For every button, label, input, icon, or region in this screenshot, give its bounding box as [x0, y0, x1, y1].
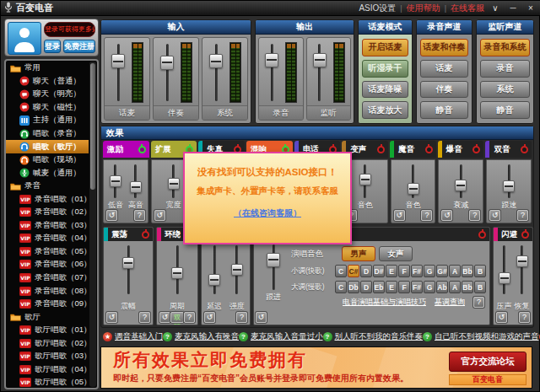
minimize-button[interactable]: ─ — [506, 3, 520, 14]
reset-button[interactable]: ↺ — [489, 210, 500, 221]
key-button[interactable]: F — [398, 281, 410, 293]
slider-knob[interactable] — [110, 175, 122, 187]
faq-item[interactable]: ?别人听不到我的音乐伴奏 — [323, 331, 424, 342]
online-service-link[interactable]: （在线咨询客服） — [234, 207, 301, 219]
power-icon[interactable] — [472, 146, 480, 153]
modulation-slider[interactable] — [122, 244, 135, 296]
faq-item[interactable]: ?自己听不到视频和游戏的声音 — [423, 331, 539, 342]
key-button[interactable]: C — [335, 281, 347, 293]
mode-button[interactable]: 话麦放大 — [362, 101, 408, 119]
modulation-slider[interactable] — [170, 244, 184, 296]
slider-knob[interactable] — [267, 253, 280, 267]
help-button[interactable]: ? — [184, 312, 195, 323]
key-button[interactable]: D# — [373, 265, 385, 277]
dual-surround-button[interactable]: 双环→ — [170, 312, 184, 323]
sidebar-item[interactable]: VIP歌厅唱歌（02） — [6, 336, 89, 350]
mode-button[interactable]: 伴奏 — [420, 81, 468, 99]
effect-slider[interactable] — [359, 163, 372, 200]
mode-button[interactable]: 录音和系统 — [480, 39, 530, 56]
faq-link[interactable]: 调音基础入门 — [115, 331, 163, 342]
help-button[interactable]: ? — [517, 210, 528, 221]
key-button[interactable]: E — [386, 265, 397, 277]
slider-knob[interactable] — [313, 53, 327, 67]
mode-button[interactable]: 静音 — [480, 101, 530, 119]
slider-knob[interactable] — [408, 183, 419, 195]
key-button[interactable]: G — [424, 265, 435, 277]
menu-online-service[interactable]: 在线客服 — [451, 3, 484, 14]
slider-knob[interactable] — [209, 54, 223, 68]
avatar[interactable] — [8, 22, 41, 55]
female-voice-button[interactable]: 女声 — [379, 246, 413, 261]
key-button[interactable]: Eb — [373, 281, 385, 293]
slider-knob[interactable] — [503, 180, 515, 192]
faq-link[interactable]: 自己听不到视频和游戏的声音 — [435, 331, 539, 342]
singing-tutorial-link[interactable]: 电音演唱基础与演唱技巧 — [343, 297, 426, 308]
help-button[interactable]: ? — [139, 312, 150, 323]
reset-button[interactable]: ↺ — [394, 210, 405, 221]
sidebar-item[interactable]: 聊天（明亮） — [6, 88, 89, 101]
sidebar-folder[interactable]: 歌厅 — [6, 310, 89, 324]
effect-slider[interactable] — [167, 163, 181, 200]
slider-knob[interactable] — [122, 257, 134, 269]
register-button[interactable]: 免费注册 — [63, 40, 95, 53]
mode-button[interactable]: 静音 — [420, 101, 468, 119]
volume-slider[interactable] — [264, 42, 279, 103]
forum-button[interactable]: 官方交流论坛 — [449, 352, 526, 372]
effect-slider[interactable] — [454, 163, 467, 200]
reset-button[interactable]: ↺ — [106, 312, 117, 323]
dropdown-chevron-button[interactable]: ∨ — [489, 3, 502, 14]
reset-button[interactable]: ↺ — [154, 210, 165, 221]
sidebar-item[interactable]: VIP录音唱歌（08） — [6, 284, 89, 298]
key-button[interactable]: A — [449, 265, 461, 277]
menu-asio-settings[interactable]: ASIO设置 — [359, 3, 396, 14]
key-button[interactable]: F# — [411, 265, 423, 277]
sidebar-item[interactable]: VIP歌厅唱歌（03） — [6, 350, 89, 363]
reset-button[interactable]: ↺ — [496, 312, 507, 323]
key-button[interactable]: B — [474, 265, 486, 277]
sidebar-scrollbar-thumb[interactable] — [90, 63, 95, 190]
sidebar-item[interactable]: 聊天（磁性） — [6, 101, 89, 115]
faq-link[interactable]: 别人听不到我的音乐伴奏 — [335, 331, 424, 342]
key-button[interactable]: E — [386, 281, 397, 293]
effect-slider[interactable] — [502, 163, 516, 200]
sidebar-item[interactable]: VIP歌厅唱歌（05） — [6, 376, 89, 389]
key-button[interactable]: A — [449, 281, 461, 293]
effect-tab[interactable]: 双音 — [485, 141, 532, 158]
help-button[interactable]: ? — [421, 210, 432, 221]
power-icon[interactable] — [521, 231, 529, 239]
faq-item[interactable]: ?麦克风输入有噪音 — [163, 331, 239, 342]
help-button[interactable]: ? — [519, 312, 530, 323]
slider-knob[interactable] — [130, 181, 142, 193]
help-button[interactable]: ? — [469, 210, 480, 221]
sidebar-folder[interactable]: 录音 — [6, 180, 89, 193]
key-button[interactable]: Db — [348, 281, 359, 293]
slider-knob[interactable] — [168, 178, 180, 190]
faq-item[interactable]: ★调音基础入门 — [103, 331, 163, 342]
key-button[interactable]: Ab — [436, 281, 448, 293]
follow-slider[interactable] — [267, 243, 280, 292]
power-icon[interactable] — [138, 146, 146, 153]
key-button[interactable]: F# — [411, 281, 423, 293]
effect-tab[interactable]: 爆音 — [438, 141, 484, 158]
slider-knob[interactable] — [359, 174, 371, 185]
sidebar-item[interactable]: VIP歌厅唱歌（01） — [6, 324, 89, 337]
slider-knob[interactable] — [111, 54, 125, 68]
help-button[interactable]: ? — [236, 312, 247, 323]
slider-knob[interactable] — [171, 267, 183, 279]
slider-knob[interactable] — [231, 264, 243, 276]
volume-slider[interactable] — [111, 42, 126, 103]
close-button[interactable]: × — [524, 3, 537, 14]
faq-link[interactable]: 麦克风输入音量过小 — [251, 331, 323, 342]
sidebar-item[interactable]: VIP录音唱歌（07） — [6, 271, 89, 285]
key-button[interactable]: G# — [436, 265, 448, 277]
sidebar-item[interactable]: 唱歌（现场） — [6, 153, 89, 167]
sidebar-item[interactable]: 喊麦（通用） — [6, 166, 89, 180]
key-button[interactable]: B — [474, 281, 486, 293]
modulation-slider[interactable] — [208, 244, 221, 296]
sidebar-folder[interactable]: 常用 — [6, 62, 89, 75]
key-lookup-link[interactable]: 基调查询 — [435, 297, 465, 308]
power-icon[interactable] — [142, 231, 149, 239]
sidebar-item[interactable]: 主持（通用） — [6, 114, 89, 127]
key-button[interactable]: D — [360, 265, 372, 277]
reset-button[interactable]: ↺ — [159, 312, 170, 323]
